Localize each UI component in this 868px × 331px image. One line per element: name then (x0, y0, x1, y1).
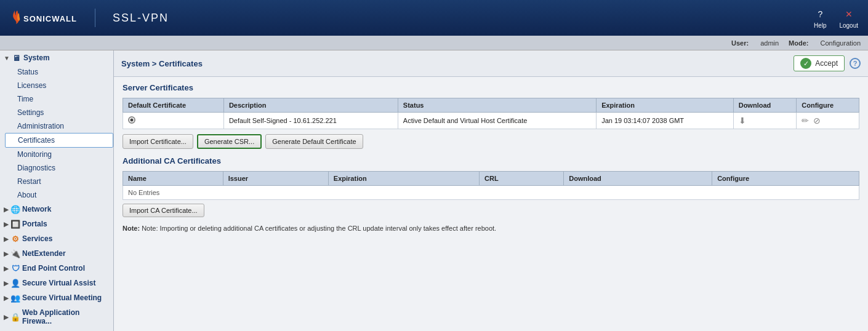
cert-download-cell: ⬇ (733, 113, 797, 129)
secure-va-icon: 👤 (11, 279, 20, 287)
arrow-right-icon-waf: ▶ (4, 314, 9, 321)
server-certs-title: Server Certificates (123, 83, 859, 94)
arrow-right-icon: ▶ (4, 206, 9, 213)
generate-csr-button[interactable]: Generate CSR... (197, 134, 262, 149)
sidebar-section-services[interactable]: ▶ ⚙ Services (0, 231, 113, 246)
sidebar-item-licenses[interactable]: Licenses (5, 79, 113, 92)
sonicwall-svg: SONICWALL (10, 8, 78, 28)
logout-icon: ✕ (842, 7, 856, 21)
server-cert-row: Default Self-Signed - 10.61.252.221 Acti… (123, 113, 859, 129)
services-icon: ⚙ (11, 234, 20, 243)
col-description: Description (223, 98, 398, 113)
arrow-right-icon-sva: ▶ (4, 280, 9, 287)
system-label: System (23, 54, 50, 62)
product-name: SSL-VPN (113, 12, 169, 25)
col-default-cert: Default Certificate (123, 98, 224, 113)
import-certificate-button[interactable]: Import Certificate... (123, 134, 193, 149)
sidebar-item-certificates[interactable]: Certificates (5, 133, 113, 148)
cert-description: Default Self-Signed - 10.61.252.221 (223, 113, 398, 129)
sidebar: ▼ 🖥 System Status Licenses Time Settings… (0, 50, 114, 331)
header-actions: ? Help ✕ Logout (813, 0, 858, 36)
ca-col-issuer: Issuer (223, 172, 328, 186)
waf-icon: 🔒 (11, 313, 20, 321)
monitor-icon: 🖥 (12, 54, 21, 62)
cert-status: Active Default and Virtual Host Certific… (398, 113, 596, 129)
check-icon: ✓ (800, 58, 811, 69)
arrow-right-icon-ep: ▶ (4, 265, 9, 272)
col-download: Download (733, 98, 797, 113)
sidebar-item-time[interactable]: Time (5, 92, 113, 106)
col-configure: Configure (797, 98, 859, 113)
arrow-down-icon: ▼ (4, 55, 10, 62)
sidebar-section-netextender[interactable]: ▶ 🔌 NetExtender (0, 246, 113, 261)
network-icon: 🌐 (11, 205, 20, 213)
page-help-button[interactable]: ? (850, 58, 861, 69)
ca-col-crl: CRL (480, 172, 564, 186)
content-area: System > Certificates ✓ Accept ? Server … (114, 50, 868, 331)
sidebar-item-restart[interactable]: Restart (5, 175, 113, 188)
sonicwall-logo: SONICWALL (10, 8, 78, 28)
edit-icon[interactable]: ✏ (802, 116, 809, 126)
ca-col-expiration: Expiration (328, 172, 479, 186)
delete-icon[interactable]: ⊘ (813, 116, 821, 126)
sidebar-section-network[interactable]: ▶ 🌐 Network (0, 202, 113, 217)
note-text: Note: Note: Importing or deleting additi… (123, 225, 859, 232)
page-header: System > Certificates ✓ Accept ? (114, 50, 868, 77)
header-logo: SONICWALL SSL-VPN (10, 8, 169, 28)
cert-radio[interactable] (128, 116, 135, 124)
accept-button[interactable]: ✓ Accept (794, 55, 845, 71)
col-status: Status (398, 98, 596, 113)
sidebar-item-administration[interactable]: Administration (5, 119, 113, 133)
sidebar-item-settings[interactable]: Settings (5, 106, 113, 119)
server-certs-header-row: Default Certificate Description Status E… (123, 98, 859, 113)
sidebar-section-endpoint[interactable]: ▶ 🛡 End Point Control (0, 261, 113, 276)
generate-default-button[interactable]: Generate Default Certificate (265, 134, 363, 149)
arrow-right-icon-svm: ▶ (4, 295, 9, 301)
download-icon[interactable]: ⬇ (739, 116, 746, 126)
svg-text:SONICWALL: SONICWALL (23, 14, 77, 23)
sidebar-section-secure-vm[interactable]: ▶ 👥 Secure Virtual Meeting (0, 290, 113, 305)
netextender-icon: 🔌 (11, 249, 20, 258)
endpoint-icon: 🛡 (11, 264, 20, 273)
help-button[interactable]: ? Help (813, 7, 827, 29)
ca-no-entries-row: No Entries (123, 186, 859, 200)
sidebar-item-about[interactable]: About (5, 188, 113, 202)
ca-btn-row: Import CA Certificate... (123, 204, 859, 217)
arrow-right-icon-portals: ▶ (4, 221, 9, 228)
arrow-right-icon-net: ▶ (4, 250, 9, 257)
logout-button[interactable]: ✕ Logout (839, 7, 858, 29)
sidebar-item-diagnostics[interactable]: Diagnostics (5, 161, 113, 175)
ca-no-entries: No Entries (123, 186, 859, 200)
user-label: User: admin (731, 39, 779, 47)
cert-radio-cell (123, 113, 224, 129)
arrow-right-icon-services: ▶ (4, 236, 9, 242)
server-cert-btn-row: Import Certificate... Generate CSR... Ge… (123, 134, 859, 149)
ca-col-download: Download (564, 172, 712, 186)
sidebar-section-secure-va[interactable]: ▶ 👤 Secure Virtual Assist (0, 276, 113, 290)
header: SONICWALL SSL-VPN ? Help ✕ Logout (0, 0, 868, 36)
main-layout: ▼ 🖥 System Status Licenses Time Settings… (0, 50, 868, 331)
help-icon: ? (813, 7, 827, 21)
mode-label: Mode: Configuration (789, 39, 861, 47)
ca-col-configure: Configure (712, 172, 859, 186)
sidebar-section-system[interactable]: ▼ 🖥 System (0, 50, 113, 65)
secure-vm-icon: 👥 (11, 293, 20, 302)
import-ca-button[interactable]: Import CA Certificate... (123, 204, 204, 217)
cert-expiration: Jan 19 03:14:07 2038 GMT (597, 113, 734, 129)
content-body: Server Certificates Default Certificate … (114, 77, 868, 238)
ca-certs-header-row: Name Issuer Expiration CRL Download Conf… (123, 172, 859, 186)
ca-certs-title: Additional CA Certificates (123, 156, 859, 167)
portals-icon: 🔲 (11, 220, 20, 228)
logo-divider (95, 9, 95, 27)
col-expiration: Expiration (597, 98, 734, 113)
cert-configure-cell: ✏ ⊘ (797, 113, 859, 129)
user-bar: User: admin Mode: Configuration (0, 36, 868, 50)
sidebar-section-waf[interactable]: ▶ 🔒 Web Application Firewa... (0, 305, 113, 329)
breadcrumb: System > Certificates (121, 59, 203, 68)
server-certs-table: Default Certificate Description Status E… (123, 98, 859, 129)
ca-certs-table: Name Issuer Expiration CRL Download Conf… (123, 171, 859, 200)
sidebar-item-monitoring[interactable]: Monitoring (5, 148, 113, 161)
sidebar-item-status[interactable]: Status (5, 65, 113, 79)
sidebar-system-sub: Status Licenses Time Settings Administra… (0, 65, 113, 202)
sidebar-section-portals[interactable]: ▶ 🔲 Portals (0, 217, 113, 231)
